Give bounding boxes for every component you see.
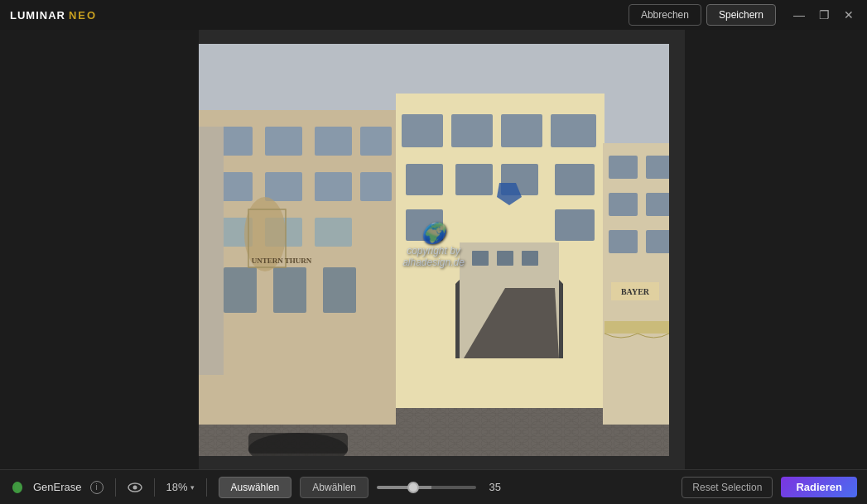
close-button[interactable]: ✕ — [837, 3, 860, 26]
brush-size-slider-container: 35 — [377, 481, 521, 493]
divider-2 — [154, 478, 155, 497]
zoom-caret-icon: ▾ — [190, 483, 195, 492]
svg-rect-42 — [646, 193, 669, 216]
svg-rect-8 — [360, 127, 392, 156]
svg-rect-35 — [472, 251, 489, 266]
svg-rect-36 — [497, 251, 513, 266]
svg-rect-40 — [646, 156, 669, 179]
zoom-value: 18% — [166, 481, 188, 493]
eye-icon — [128, 482, 142, 493]
svg-rect-11 — [315, 172, 352, 201]
svg-rect-7 — [315, 127, 352, 156]
svg-rect-47 — [199, 127, 224, 375]
svg-rect-37 — [522, 251, 538, 266]
photo-svg: UNTERN THURN — [199, 44, 669, 456]
brush-size-slider[interactable] — [377, 486, 476, 489]
divider-3 — [206, 478, 207, 497]
info-icon[interactable]: i — [90, 481, 104, 494]
svg-rect-31 — [406, 209, 443, 241]
svg-rect-30 — [555, 164, 595, 195]
svg-rect-16 — [224, 267, 257, 313]
svg-rect-41 — [609, 193, 638, 216]
abwaehlen-button[interactable]: Abwählen — [300, 477, 368, 498]
zoom-selector[interactable]: 18% ▾ — [166, 481, 195, 493]
logo-neo-text: NEO — [69, 9, 97, 22]
svg-text:BAYER: BAYER — [620, 287, 649, 296]
speichern-button[interactable]: Speichern — [706, 4, 776, 26]
svg-rect-24 — [451, 114, 493, 147]
radieren-button[interactable]: Radieren — [781, 477, 857, 497]
svg-rect-25 — [501, 114, 542, 147]
svg-rect-17 — [273, 267, 306, 313]
window-controls: — ❐ ✕ — [788, 3, 860, 26]
svg-rect-15 — [315, 218, 352, 247]
svg-rect-43 — [609, 230, 638, 253]
app-logo: LUMINAR NEO — [10, 9, 97, 22]
tool-icon — [10, 480, 25, 495]
slider-value-label: 35 — [483, 481, 501, 493]
svg-rect-55 — [248, 433, 348, 454]
maximize-button[interactable]: ❐ — [812, 3, 836, 26]
titlebar: LUMINAR NEO Abbrechen Speichern — ❐ ✕ — [0, 0, 867, 30]
visibility-toggle[interactable] — [128, 482, 142, 493]
abbrechen-button[interactable]: Abbrechen — [629, 4, 701, 26]
svg-rect-12 — [360, 172, 392, 201]
minimize-button[interactable]: — — [788, 3, 811, 26]
auswaehlen-button[interactable]: Auswählen — [219, 477, 292, 498]
svg-point-59 — [132, 485, 137, 489]
titlebar-actions: Abbrechen Speichern — ❐ ✕ — [629, 3, 860, 26]
main-canvas-area: UNTERN THURN — [0, 30, 867, 469]
svg-rect-23 — [402, 114, 443, 147]
svg-rect-44 — [646, 230, 669, 253]
photo-canvas[interactable]: UNTERN THURN — [199, 44, 669, 456]
svg-rect-32 — [555, 209, 595, 241]
svg-rect-27 — [406, 164, 443, 195]
svg-rect-28 — [455, 164, 493, 195]
bottom-toolbar: GenErase i 18% ▾ Auswählen Abwählen 35 R… — [0, 469, 867, 504]
svg-rect-6 — [265, 127, 302, 156]
left-dark-overlay — [0, 30, 199, 469]
svg-rect-18 — [323, 267, 356, 313]
right-dark-overlay — [685, 30, 867, 469]
tool-name-label: GenErase — [33, 481, 82, 493]
divider-1 — [115, 478, 116, 497]
logo-luminar-text: LUMINAR — [10, 9, 65, 22]
svg-rect-26 — [551, 114, 596, 147]
svg-rect-39 — [609, 156, 638, 179]
svg-rect-10 — [265, 172, 302, 201]
generase-icon — [10, 480, 25, 495]
reset-selection-button[interactable]: Reset Selection — [682, 477, 773, 498]
svg-text:UNTERN THURN: UNTERN THURN — [251, 257, 311, 265]
